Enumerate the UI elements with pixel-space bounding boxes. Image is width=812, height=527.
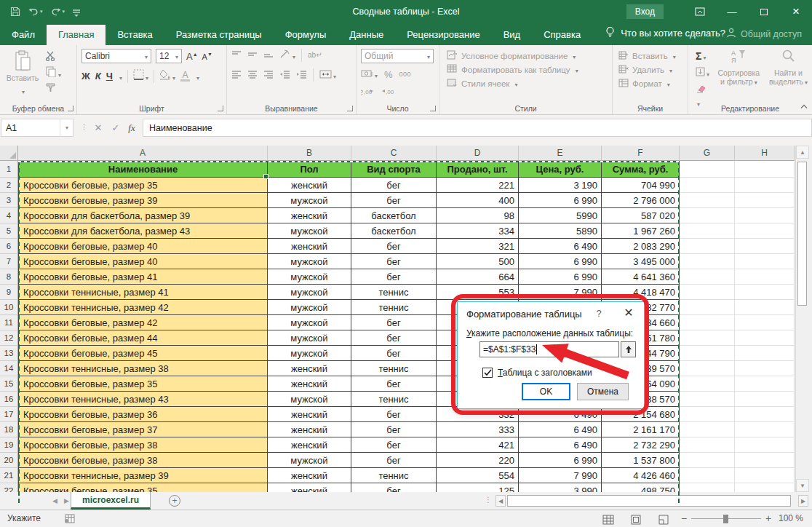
merge-center-icon[interactable] xyxy=(319,68,336,82)
cell[interactable]: 500 xyxy=(437,254,519,269)
format-cells-button[interactable]: Формат xyxy=(618,76,685,90)
cell[interactable] xyxy=(735,161,795,178)
cell[interactable] xyxy=(680,407,735,422)
align-center-icon[interactable] xyxy=(247,68,258,82)
cell[interactable]: Кроссовки беговые, размер 36 xyxy=(18,407,268,422)
cell[interactable] xyxy=(735,178,795,193)
underline-button[interactable]: Ч xyxy=(106,71,113,82)
increase-decimal-icon[interactable]: ,00 xyxy=(361,85,374,98)
cell[interactable]: женский xyxy=(268,178,351,193)
tab-Файл[interactable]: Файл xyxy=(0,25,47,45)
cell[interactable]: мужской xyxy=(268,285,351,300)
hscroll-left-icon[interactable]: ◀ xyxy=(495,495,506,507)
cell[interactable] xyxy=(680,483,735,492)
cell[interactable]: Кроссовки теннисные, размер 39 xyxy=(18,468,268,483)
name-box[interactable]: A1 xyxy=(1,119,73,137)
select-all-corner[interactable] xyxy=(0,146,18,161)
cell[interactable]: бег xyxy=(351,254,437,269)
align-top-icon[interactable] xyxy=(231,49,242,62)
row-header-7[interactable]: 7 xyxy=(0,254,18,269)
cell[interactable] xyxy=(735,376,795,392)
cell[interactable]: 4 641 360 xyxy=(602,269,680,285)
column-header-D[interactable]: D xyxy=(437,146,519,161)
row-header-17[interactable]: 17 xyxy=(0,407,18,422)
page-break-view-icon[interactable] xyxy=(655,513,672,526)
cell[interactable]: 220 xyxy=(437,453,519,468)
cell[interactable] xyxy=(735,453,795,468)
sign-in-button[interactable]: Вход xyxy=(626,4,664,19)
align-right-icon[interactable] xyxy=(263,68,274,82)
sheet-tab-microexcel[interactable]: microexcel.ru xyxy=(71,492,151,510)
cell[interactable] xyxy=(735,223,795,239)
minimize-button[interactable]: — xyxy=(716,0,748,23)
cell[interactable]: 498 750 xyxy=(602,483,680,492)
cell[interactable]: 221 xyxy=(437,178,519,193)
dropdown-caret-icon[interactable] xyxy=(60,119,68,136)
cell[interactable]: 3 990 xyxy=(519,483,602,492)
cell[interactable] xyxy=(680,285,735,300)
number-dialog-launcher-icon[interactable] xyxy=(430,106,436,111)
cell[interactable]: теннис xyxy=(351,392,437,407)
cell[interactable] xyxy=(680,223,735,239)
borders-icon[interactable] xyxy=(133,69,148,83)
comma-style-button[interactable]: 000 xyxy=(399,71,412,78)
cell[interactable] xyxy=(735,437,795,453)
delete-cells-button[interactable]: Удалить xyxy=(618,63,685,76)
tab-Вставка[interactable]: Вставка xyxy=(106,25,164,45)
cell[interactable]: 664 xyxy=(437,269,519,285)
cell[interactable]: мужской xyxy=(268,330,351,346)
row-header-20[interactable]: 20 xyxy=(0,453,18,468)
cell[interactable]: баскетбол xyxy=(351,223,437,239)
cell[interactable]: Кроссовки теннисные, размер 43 xyxy=(18,392,268,407)
cell[interactable] xyxy=(735,300,795,315)
scroll-up-icon[interactable]: ▲ xyxy=(796,146,809,159)
tab-Вид[interactable]: Вид xyxy=(492,25,533,45)
cell[interactable] xyxy=(680,254,735,269)
column-header-A[interactable]: A xyxy=(18,146,268,161)
cancel-entry-icon[interactable]: ✕ xyxy=(90,119,106,137)
collapse-ribbon-icon[interactable] xyxy=(800,99,808,112)
cell[interactable]: баскетбол xyxy=(351,208,437,223)
row-header-6[interactable]: 6 xyxy=(0,239,18,254)
cell[interactable]: Кроссовки для баскетбола, размер 39 xyxy=(18,208,268,223)
accounting-format-icon[interactable] xyxy=(361,68,378,81)
cell[interactable]: мужской xyxy=(268,300,351,315)
cell[interactable]: бег xyxy=(351,239,437,254)
cell[interactable] xyxy=(735,468,795,483)
cell[interactable]: бег xyxy=(351,437,437,453)
cell[interactable]: бег xyxy=(351,193,437,208)
cell[interactable]: Кроссовки беговые, размер 40 xyxy=(18,239,268,254)
cell[interactable]: бег xyxy=(351,407,437,422)
cell[interactable] xyxy=(735,208,795,223)
cell[interactable] xyxy=(680,161,735,178)
cell[interactable]: Кроссовки беговые, размер 35 xyxy=(18,376,268,392)
cell[interactable] xyxy=(680,437,735,453)
bold-button[interactable]: Ж xyxy=(81,71,90,82)
cell[interactable]: бег xyxy=(351,346,437,361)
cell[interactable]: 2 796 000 xyxy=(602,193,680,208)
cell[interactable]: 1 967 260 xyxy=(602,223,680,239)
cell-styles-button[interactable]: Стили ячеек xyxy=(447,76,609,90)
cell[interactable] xyxy=(680,376,735,392)
dropdown-caret-icon[interactable]: ▾ xyxy=(40,9,43,15)
cell[interactable]: женский xyxy=(268,422,351,437)
cell[interactable]: 5990 xyxy=(519,208,602,223)
insert-cells-button[interactable]: Вставить xyxy=(618,49,685,63)
table-header-cell[interactable]: Цена, руб. xyxy=(519,161,602,178)
clipboard-dialog-launcher-icon[interactable] xyxy=(68,106,73,111)
cell[interactable] xyxy=(735,193,795,208)
cell[interactable]: 6 490 xyxy=(519,239,602,254)
cell[interactable]: 587 020 xyxy=(602,208,680,223)
macro-record-icon[interactable] xyxy=(64,514,75,526)
number-format-select[interactable]: Общий xyxy=(361,49,434,63)
tab-Главная[interactable]: Главная xyxy=(47,25,106,45)
undo-icon[interactable]: ▾ xyxy=(28,7,43,17)
font-color-icon[interactable]: А xyxy=(180,71,190,82)
cell[interactable] xyxy=(680,422,735,437)
row-header-4[interactable]: 4 xyxy=(0,208,18,223)
cell[interactable]: мужской xyxy=(268,269,351,285)
align-middle-icon[interactable] xyxy=(247,49,258,62)
font-family-select[interactable]: Calibri xyxy=(81,49,151,63)
cell[interactable]: мужской xyxy=(268,254,351,269)
font-dialog-launcher-icon[interactable] xyxy=(218,106,223,111)
